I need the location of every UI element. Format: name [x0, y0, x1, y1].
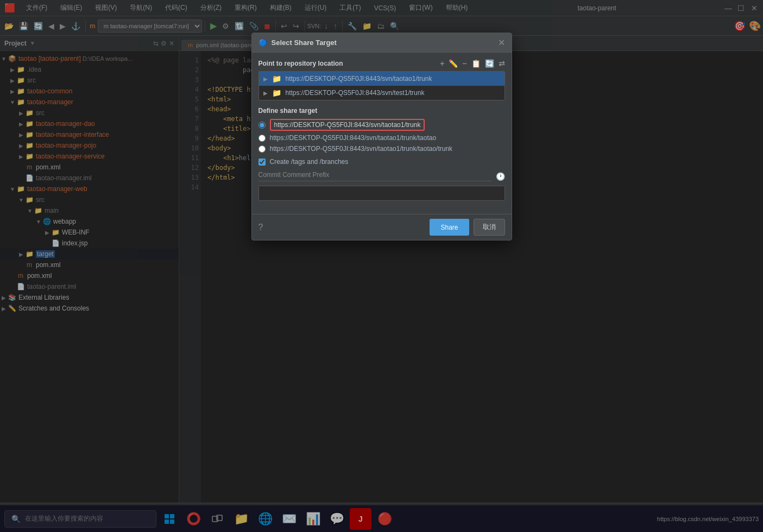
radio-input-1[interactable]	[258, 135, 266, 142]
modal-title-bar: 🔵 Select Share Target ✕	[252, 33, 512, 53]
modal-repo-label: Point to repository location	[258, 60, 343, 67]
radio-row-0[interactable]: https://DESKTOP-QS5F0JI:8443/svn/taotao1…	[258, 119, 505, 131]
modal-vcs-icon: 🔵	[258, 39, 267, 47]
modal-select-share-target: 🔵 Select Share Target ✕ Point to reposit…	[251, 33, 512, 240]
radio-group: https://DESKTOP-QS5F0JI:8443/svn/taotao1…	[258, 119, 505, 153]
commit-prefix-history-icon[interactable]: 🕐	[496, 172, 505, 181]
radio-row-1[interactable]: https://DESKTOP-QS5F0JI:8443/svn/taotao1…	[258, 134, 505, 142]
modal-footer: ? Share 取消	[252, 214, 512, 240]
repo-arrow-1: ▶	[263, 90, 268, 96]
radio-label-0: https://DESKTOP-QS5F0JI:8443/svn/taotao1…	[274, 121, 421, 129]
commit-prefix-input[interactable]	[258, 186, 505, 201]
checkbox-row[interactable]: Create /tags and /branches	[258, 158, 505, 166]
repo-item-label-0: https://DESKTOP-QS5F0JI:8443/svn/taotao1…	[286, 75, 432, 83]
radio-row-2[interactable]: https://DESKTOP-QS5F0JI:8443/svn/taotao1…	[258, 145, 505, 153]
cancel-button[interactable]: 取消	[474, 219, 505, 236]
checkbox-label: Create /tags and /branches	[270, 158, 349, 166]
modal-buttons: Share 取消	[430, 219, 505, 236]
modal-close-icon[interactable]: ✕	[498, 37, 505, 48]
radio-label-2: https://DESKTOP-QS5F0JI:8443/svn/taotao1…	[270, 145, 453, 153]
tags-branches-checkbox[interactable]	[258, 159, 266, 166]
radio-label-1: https://DESKTOP-QS5F0JI:8443/svn/taotao1…	[270, 134, 437, 142]
modal-repo-section: Point to repository location + ✏️ − 📋 🔄 …	[258, 59, 505, 68]
commit-prefix-label: Commit Comment Prefix	[258, 171, 491, 181]
modal-section-icons: + ✏️ − 📋 🔄 ⇄	[440, 59, 505, 68]
modal-title-text: Select Share Target	[272, 39, 337, 47]
modal-overlay: 🔵 Select Share Target ✕ Point to reposit…	[0, 0, 763, 532]
refresh-repo-icon[interactable]: 🔄	[485, 59, 494, 68]
modal-body: Point to repository location + ✏️ − 📋 🔄 …	[252, 53, 512, 214]
repo-folder-icon-1: 📁	[272, 88, 281, 97]
repo-item-label-1: https://DESKTOP-QS5F0JI:8443/svn/test1/t…	[286, 89, 425, 97]
repo-item-1[interactable]: ▶ 📁 https://DESKTOP-QS5F0JI:8443/svn/tes…	[259, 86, 505, 100]
modal-title: 🔵 Select Share Target	[258, 39, 337, 47]
add-repo-icon[interactable]: +	[440, 59, 444, 68]
repo-folder-icon-0: 📁	[272, 74, 281, 83]
remove-repo-icon[interactable]: −	[462, 59, 466, 68]
sort-repo-icon[interactable]: ⇄	[499, 59, 505, 68]
radio-selected-box-0: https://DESKTOP-QS5F0JI:8443/svn/taotao1…	[270, 119, 425, 131]
copy-repo-icon[interactable]: 📋	[471, 59, 481, 68]
radio-input-0[interactable]	[258, 122, 266, 129]
define-share-label: Define share target	[258, 107, 505, 115]
repo-arrow-0: ▶	[263, 76, 268, 82]
repo-list: ▶ 📁 https://DESKTOP-QS5F0JI:8443/svn/tao…	[258, 71, 505, 100]
modal-help-icon[interactable]: ?	[258, 223, 263, 232]
share-button[interactable]: Share	[430, 219, 469, 236]
commit-prefix-row: Commit Comment Prefix 🕐	[258, 171, 505, 181]
repo-item-0[interactable]: ▶ 📁 https://DESKTOP-QS5F0JI:8443/svn/tao…	[259, 72, 505, 86]
radio-input-2[interactable]	[258, 145, 266, 153]
edit-repo-icon[interactable]: ✏️	[449, 59, 458, 68]
